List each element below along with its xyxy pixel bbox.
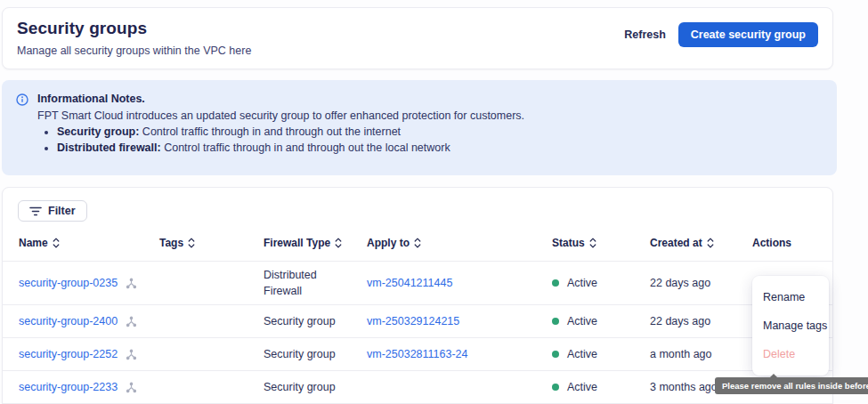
name-cell: security-group-0235: [19, 275, 159, 291]
sort-carets-icon: [188, 237, 195, 249]
informational-banner: Informational Notes. FPT Smart Cloud int…: [2, 80, 837, 175]
banner-intro: FPT Smart Cloud introduces an updated se…: [37, 109, 524, 122]
info-circle-icon: [16, 93, 28, 163]
refresh-button[interactable]: Refresh: [622, 23, 668, 46]
status-label: Active: [567, 379, 597, 395]
name-cell: security-group-2252: [19, 346, 159, 362]
banner-content: Informational Notes. FPT Smart Cloud int…: [37, 93, 524, 163]
column-header-status[interactable]: Status: [552, 237, 650, 249]
banner-bullet: Distributed firewall: Control traffic th…: [57, 141, 524, 154]
created-at-cell: a month ago: [650, 346, 752, 362]
page-header-titles: Security groups Manage all security grou…: [17, 19, 251, 57]
menu-item-manage-tags[interactable]: Manage tags: [752, 311, 829, 340]
sort-carets-icon: [53, 237, 60, 249]
status-cell: Active: [552, 313, 650, 329]
status-cell: Active: [552, 275, 650, 291]
table-row: security-group-2233 Security group: [3, 371, 832, 404]
column-header-firewall-type[interactable]: Firewall Type: [264, 237, 367, 249]
branch-nodes-icon[interactable]: [126, 382, 137, 393]
column-header-name[interactable]: Name: [19, 237, 159, 249]
branch-nodes-icon[interactable]: [126, 349, 137, 360]
apply-to-vm-link[interactable]: vm-25032811163-24: [367, 348, 468, 360]
green-status-dot: [552, 384, 559, 391]
status-cell: Active: [552, 379, 650, 395]
column-header-actions: Actions: [752, 237, 832, 249]
created-at-cell: 22 days ago: [650, 275, 752, 291]
status-label: Active: [567, 275, 597, 291]
sort-carets-icon: [589, 237, 596, 249]
apply-to-vm-link[interactable]: vm-250329124215: [367, 315, 459, 327]
name-cell: security-group-2233: [19, 379, 159, 395]
apply-to-vm-link[interactable]: vm-25041211445: [367, 277, 452, 289]
firewall-type-cell: Security group: [264, 313, 367, 329]
menu-item-delete: Delete: [752, 340, 829, 368]
page-title: Security groups: [17, 19, 251, 38]
branch-nodes-icon[interactable]: [126, 278, 137, 289]
security-group-name-link[interactable]: security-group-2252: [19, 346, 118, 362]
security-groups-table-card: Filter Name Tags Firewall Type Apply to …: [2, 187, 833, 404]
status-label: Active: [567, 313, 597, 329]
green-status-dot: [552, 351, 559, 358]
column-header-created-at[interactable]: Created at: [650, 237, 752, 249]
delete-disabled-tooltip: Please remove all rules inside before de…: [715, 377, 868, 394]
security-group-name-link[interactable]: security-group-2400: [19, 313, 118, 329]
table-header-row: Name Tags Firewall Type Apply to Status …: [3, 237, 832, 262]
banner-bullet: Security group: Control traffic through …: [57, 125, 524, 138]
branch-nodes-icon[interactable]: [126, 316, 137, 327]
green-status-dot: [552, 318, 559, 325]
name-cell: security-group-2400: [19, 313, 159, 329]
firewall-type-cell: Security group: [264, 379, 367, 395]
sort-carets-icon: [707, 237, 714, 249]
filter-button-label: Filter: [48, 205, 76, 217]
table-row: security-group-0235 Distributed Firewall…: [3, 262, 832, 305]
header-actions: Refresh Create security group: [622, 22, 818, 47]
menu-item-rename[interactable]: Rename: [752, 283, 829, 311]
apply-to-cell: vm-25032811163-24: [367, 346, 552, 362]
table-body: security-group-0235 Distributed Firewall…: [3, 262, 832, 404]
apply-to-cell: vm-25041211445: [367, 275, 552, 291]
sort-carets-icon: [414, 237, 421, 249]
security-groups-page: Security groups Manage all security grou…: [0, 0, 868, 404]
filter-funnel-icon: [29, 206, 42, 216]
page-subtitle: Manage all security groups within the VP…: [17, 44, 251, 57]
column-header-tags[interactable]: Tags: [159, 237, 264, 249]
banner-bullets: Security group: Control traffic through …: [57, 125, 524, 154]
green-status-dot: [552, 279, 559, 287]
table-row: security-group-2400 Security group vm-25…: [3, 305, 832, 338]
security-group-name-link[interactable]: security-group-2233: [19, 379, 118, 395]
sort-carets-icon: [335, 237, 342, 249]
column-header-apply-to[interactable]: Apply to: [367, 237, 552, 249]
banner-title: Informational Notes.: [37, 93, 524, 105]
firewall-type-cell: Security group: [264, 346, 367, 362]
security-group-name-link[interactable]: security-group-0235: [19, 275, 118, 291]
apply-to-cell: vm-250329124215: [367, 313, 552, 329]
status-label: Active: [567, 346, 597, 362]
row-actions-context-menu: RenameManage tagsDelete: [752, 276, 829, 376]
status-cell: Active: [552, 346, 650, 362]
table-row: security-group-2252 Security group vm-25…: [3, 338, 832, 371]
filter-button[interactable]: Filter: [18, 200, 87, 222]
created-at-cell: 22 days ago: [650, 313, 752, 329]
create-security-group-button[interactable]: Create security group: [678, 22, 818, 47]
firewall-type-cell: Distributed Firewall: [264, 267, 367, 299]
page-header-card: Security groups Manage all security grou…: [2, 7, 833, 69]
